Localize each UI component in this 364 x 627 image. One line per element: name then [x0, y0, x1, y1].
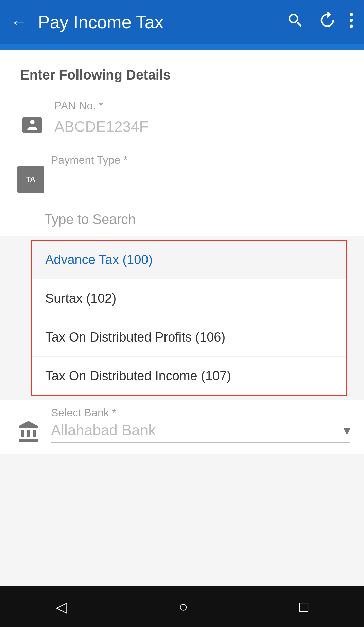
bank-icon: [14, 417, 44, 447]
page-title: Pay Income Tax: [38, 12, 287, 32]
dropdown-area: Type to Search Advance Tax (100) Surtax …: [0, 203, 364, 396]
pan-field: PAN No. *: [54, 100, 347, 139]
nav-back-icon[interactable]: ◁: [56, 598, 67, 615]
bank-field: Select Bank * Allahabad Bank ▾: [51, 406, 350, 443]
pan-label: PAN No. *: [54, 100, 347, 112]
payment-type-field: Payment Type *: [51, 154, 347, 169]
search-bar[interactable]: Type to Search: [0, 203, 364, 236]
payment-type-label: Payment Type *: [51, 154, 347, 167]
pan-input[interactable]: [54, 115, 347, 139]
pan-field-row: PAN No. *: [14, 100, 350, 140]
select-bank-row: Select Bank * Allahabad Bank ▾: [0, 400, 364, 454]
bank-value-row[interactable]: Allahabad Bank ▾: [51, 422, 350, 443]
nav-recent-icon[interactable]: □: [299, 598, 308, 615]
payment-type-label-row: TA Payment Type *: [14, 154, 350, 193]
nav-home-icon[interactable]: ○: [179, 598, 188, 615]
app-bar-actions: [287, 12, 354, 33]
svg-point-2: [350, 24, 353, 28]
search-placeholder: Type to Search: [44, 212, 136, 227]
svg-point-0: [350, 13, 353, 16]
dropdown-item-distributed-profits[interactable]: Tax On Distributed Profits (106): [32, 318, 346, 357]
main-content: Enter Following Details PAN No. * TA Pay…: [0, 50, 364, 203]
svg-point-1: [350, 19, 353, 22]
bank-dropdown-arrow-icon: ▾: [344, 422, 350, 438]
accent-bar: [0, 44, 364, 50]
payment-icon-label: TA: [26, 175, 35, 184]
section-title: Enter Following Details: [20, 67, 350, 83]
person-icon: [17, 110, 48, 140]
dropdown-item-surtax[interactable]: Surtax (102): [32, 279, 346, 318]
payment-type-icon: TA: [17, 166, 44, 193]
dropdown-item-distributed-income[interactable]: Tax On Distributed Income (107): [32, 357, 346, 395]
payment-type-dropdown: Advance Tax (100) Surtax (102) Tax On Di…: [31, 240, 347, 396]
back-button[interactable]: ←: [10, 13, 28, 31]
history-icon[interactable]: [318, 12, 335, 33]
app-bar: ← Pay Income Tax: [0, 0, 364, 44]
search-icon[interactable]: [287, 12, 304, 33]
bank-label: Select Bank *: [51, 406, 350, 419]
bank-value: Allahabad Bank: [51, 422, 344, 439]
dropdown-item-advance-tax[interactable]: Advance Tax (100): [32, 241, 346, 279]
android-nav-bar: ◁ ○ □: [0, 586, 364, 627]
more-options-icon[interactable]: [349, 12, 354, 33]
